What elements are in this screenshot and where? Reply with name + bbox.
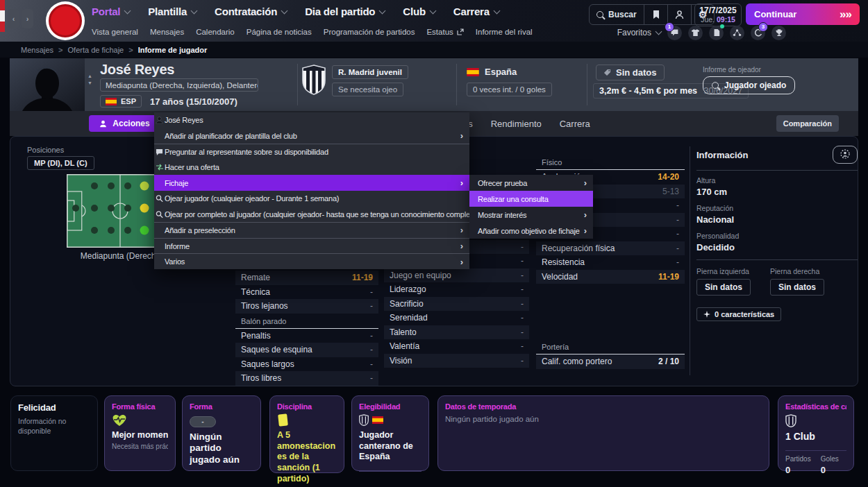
heart-icon <box>112 414 168 427</box>
chevron-up-icon: ▲ <box>87 74 92 78</box>
condition-sub: Necesita más práct... <box>112 443 168 450</box>
sub-nav-item[interactable]: Mensajes <box>150 28 184 36</box>
eligibility-title: Elegibilidad <box>359 402 422 411</box>
main-nav-item[interactable]: Carrera <box>453 6 499 17</box>
attribute-row: Técnica - <box>235 285 378 300</box>
sub-nav-item[interactable]: Programación de partidos <box>324 28 415 36</box>
eligibility-card[interactable]: Elegibilidad Jugador canterano de España <box>351 395 429 471</box>
context-menu-item[interactable]: Ojear por completo al jugador (cualquier… <box>154 207 469 223</box>
breadcrumb-item[interactable]: Informe de jugador <box>138 46 208 54</box>
condition-card[interactable]: Forma física Mejor momento Necesita más … <box>104 395 176 471</box>
report-shortcut[interactable] <box>709 26 724 40</box>
transfer-value: Sin datos <box>596 65 665 80</box>
context-menu-item[interactable]: Preguntar al representante sobre su disp… <box>154 144 469 160</box>
submenu-item[interactable]: Ofrecer prueba › <box>469 175 593 191</box>
attribute-label: Juego en equipo <box>390 271 451 280</box>
set-pieces-header: Balón parado <box>235 314 378 329</box>
context-menu-item[interactable]: Informe › <box>154 238 469 254</box>
traits-button[interactable]: 0 características <box>696 307 781 321</box>
sub-nav-label: Calendario <box>196 28 235 36</box>
main-nav-item[interactable]: Contratación <box>215 6 287 17</box>
submenu-chevron-icon: › <box>584 210 587 220</box>
profile-view-button[interactable] <box>833 146 858 164</box>
sub-nav-item[interactable]: Calendario <box>196 28 235 36</box>
favorites-dropdown[interactable]: Favoritos <box>617 28 661 37</box>
sub-nav-item[interactable]: Página de noticias <box>247 28 312 36</box>
context-menu-item[interactable]: Varios › <box>154 253 469 269</box>
tab-item[interactable]: Carrera <box>560 119 590 129</box>
position-dot-accomplished <box>140 182 149 191</box>
context-menu-item[interactable]: José Reyes <box>154 112 469 128</box>
chevron-down-icon: ▼ <box>87 80 92 85</box>
main-nav-item[interactable]: Club <box>403 6 435 17</box>
sub-nav-item[interactable]: Vista general <box>92 28 138 36</box>
main-nav-item[interactable]: Dia del partido <box>305 6 385 17</box>
transfer-value-text: Sin datos <box>616 67 657 78</box>
club-name[interactable]: R. Madrid juvenil <box>332 65 408 79</box>
context-menu-item[interactable]: Añadir al planificador de plantilla del … <box>154 128 469 144</box>
player-head-icon <box>156 117 163 124</box>
discipline-card[interactable]: Disciplina A 5 amonestaciones de la sanc… <box>269 395 344 473</box>
nation-name: España <box>485 67 517 77</box>
divider <box>785 450 846 451</box>
goalkeeping-header: Portería <box>536 339 685 354</box>
context-menu-label: Hacer una oferta <box>165 163 219 171</box>
social-shortcut[interactable]: 3 <box>751 26 765 40</box>
career-stat: Partidos 0 <box>785 455 811 475</box>
submenu-item[interactable]: Realizar una consulta <box>469 191 593 207</box>
inbox-shortcut[interactable]: 1 <box>667 26 682 40</box>
context-menu-item[interactable]: Fichaje › <box>154 175 469 191</box>
staff-shortcut[interactable] <box>730 26 744 40</box>
main-nav-item[interactable]: Plantilla <box>148 6 197 17</box>
search-button[interactable]: Buscar <box>590 5 644 24</box>
season-stats-body: Ningún partido jugado aún <box>445 414 762 425</box>
divider <box>696 259 858 260</box>
breadcrumb-item[interactable]: Mensajes > <box>21 46 63 54</box>
player-photo <box>10 58 85 111</box>
divider <box>696 170 858 171</box>
international-record: 0 veces int. / 0 goles <box>467 83 552 96</box>
chevron-down-icon <box>379 7 386 14</box>
attribute-value: - <box>676 257 679 267</box>
manager-profile-button[interactable] <box>667 5 691 24</box>
career-stat-value: 0 <box>821 465 839 475</box>
history-back-button[interactable]: ‹ <box>8 9 19 28</box>
history-forward-button[interactable]: › <box>22 9 33 28</box>
scout-report-button[interactable]: Jugador ojeado <box>703 76 795 94</box>
sub-nav-item[interactable]: Informe del rival <box>476 28 533 36</box>
tab-item[interactable]: Rendimiento <box>491 119 542 129</box>
bookmark-button[interactable] <box>644 5 667 24</box>
transfer-submenu: Ofrecer prueba › Realizar una consulta M… <box>469 175 593 239</box>
career-stats-card[interactable]: Estadísticas de carrera 1 Club Partidos … <box>778 395 854 471</box>
sub-nav-item[interactable]: Estatus <box>426 28 463 36</box>
awards-shortcut[interactable] <box>771 26 786 40</box>
notification-dot <box>720 24 724 28</box>
game-day: Jue. <box>701 15 715 24</box>
breadcrumb-item[interactable]: Oferta de fichaje > <box>68 46 133 54</box>
attribute-value: - <box>370 287 373 297</box>
career-stat-value: 0 <box>785 465 811 475</box>
chevron-down-icon <box>656 28 662 35</box>
context-menu-item[interactable]: Ojear jugador (cualquier ojeador - Duran… <box>154 191 469 207</box>
goalkeeping-section: Portería Calif. como portero 2 / 10 <box>536 339 685 369</box>
attribute-label: Velocidad <box>542 272 578 282</box>
season-stats-card[interactable]: Datos de temporada Ningún partido jugado… <box>437 395 769 471</box>
application-window: ‹ › Portal Plantilla Contratación Dia de… <box>0 0 868 487</box>
squad-shortcut[interactable] <box>688 26 703 40</box>
form-card[interactable]: Forma - Ningún partido jugado aún <box>182 395 261 471</box>
attribute-label: Serenidad <box>390 313 428 323</box>
submenu-item[interactable]: Añadir como objetivo de fichaje › <box>469 223 593 239</box>
submenu-item[interactable]: Mostrar interés › <box>469 207 593 223</box>
career-stats-title: Estadísticas de carrera <box>785 402 846 411</box>
comparison-button[interactable]: Comparación <box>776 115 839 132</box>
main-nav-item[interactable]: Portal <box>92 6 130 17</box>
positions-value: MP (DI), DL (C) <box>27 156 94 170</box>
attribute-row: Velocidad 11-19 <box>536 270 685 284</box>
happiness-card[interactable]: Felicidad Información no disponible <box>10 395 98 471</box>
attribute-row: Tiros libres - <box>235 371 378 386</box>
info-field-value: Decidido <box>696 242 858 253</box>
attribute-value: - <box>370 345 373 354</box>
context-menu-item[interactable]: Hacer una oferta <box>154 160 469 176</box>
player-switcher[interactable]: ▲▼ <box>87 74 92 85</box>
context-menu-item[interactable]: Añadir a preselección › <box>154 222 469 238</box>
